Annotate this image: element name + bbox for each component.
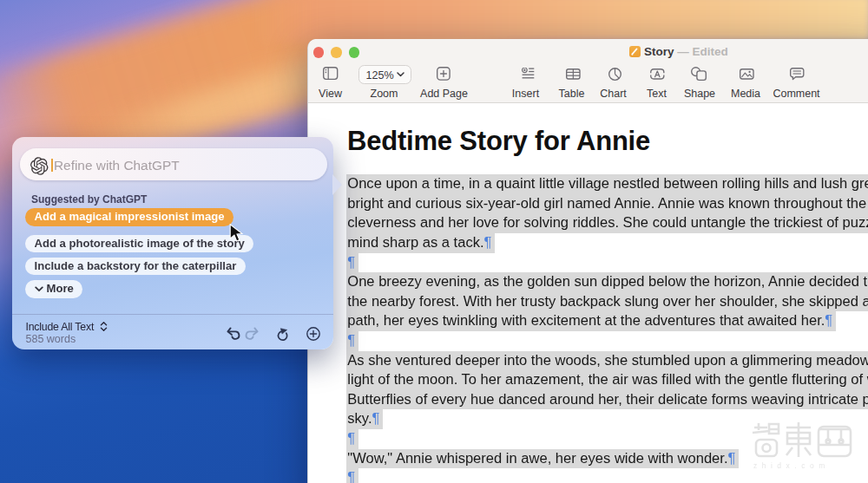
svg-text:zhidx.com: zhidx.com [753,461,830,470]
